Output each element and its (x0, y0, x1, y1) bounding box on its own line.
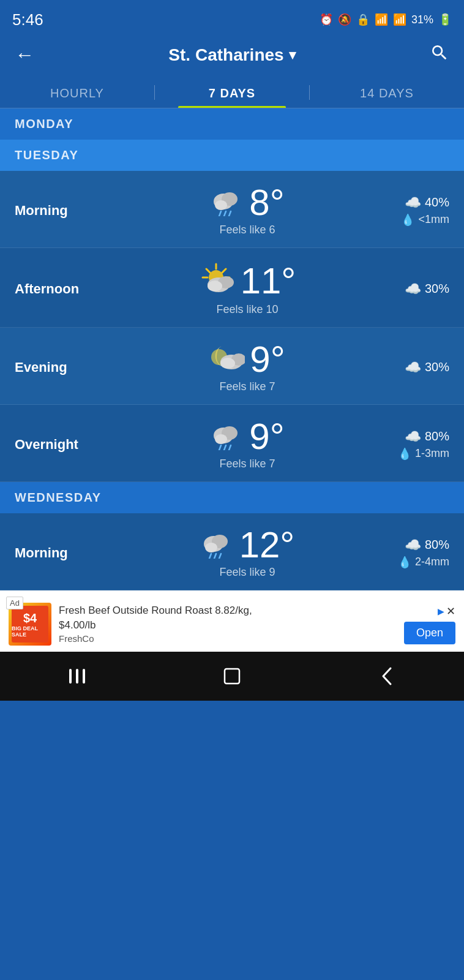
ad-open-button[interactable]: Open (404, 622, 455, 644)
status-bar: 5:46 ⏰ 🔕 🔒 📶 📶 31% 🔋 (0, 0, 464, 37)
weather-right-overnight: ☁️ 80% 💧 1-3mm (382, 429, 449, 461)
weather-icon-evening (209, 341, 245, 378)
status-icons: ⏰ 🔕 🔒 📶 📶 31% 🔋 (320, 13, 452, 26)
svg-rect-33 (69, 669, 72, 684)
weather-center-evening: 9° Feels like 7 (113, 341, 382, 393)
ad-image-inner: $4 BIG DEAL SALE (12, 606, 48, 643)
weather-center-overnight: 9° Feels like 7 (113, 418, 382, 470)
wifi-icon: 📶 (375, 13, 388, 26)
weather-row-tuesday-morning: Morning 8° Feels like 6 ☁️ 40% (0, 171, 464, 248)
weather-main-wed-morning: 12° (200, 527, 295, 564)
precip-pct-wed-morning: 80% (425, 538, 449, 552)
svg-line-32 (219, 554, 221, 559)
battery-text: 31% (411, 13, 433, 26)
precip-pct-evening: 30% (425, 360, 449, 374)
cloud-icon-morning: ☁️ (405, 195, 421, 211)
period-evening: Evening (15, 360, 113, 375)
back-button[interactable]: ← (15, 43, 34, 66)
period-wed-morning: Morning (15, 545, 113, 561)
header: ← St. Catharines ▾ (0, 37, 464, 77)
tab-14days[interactable]: 14 DAYS (310, 77, 464, 108)
svg-rect-35 (83, 669, 85, 684)
day-header-monday[interactable]: MONDAY (0, 108, 464, 140)
period-overnight: Overnight (15, 437, 113, 453)
home-icon (222, 666, 242, 687)
precip-pct-afternoon: 30% (425, 282, 449, 296)
bottom-nav (0, 652, 464, 701)
svg-point-16 (208, 281, 222, 292)
svg-line-4 (224, 211, 226, 216)
weather-row-tuesday-afternoon: Afternoon (0, 248, 464, 328)
ad-banner[interactable]: Ad $4 BIG DEAL SALE Fresh Beef Outside R… (0, 590, 464, 652)
svg-point-20 (220, 358, 235, 369)
tab-7days[interactable]: 7 DAYS (155, 77, 309, 108)
weather-temp-overnight: 9° (249, 418, 284, 455)
svg-point-29 (205, 543, 217, 552)
weather-row-tuesday-evening: Evening 9° Feels like 7 ☁️ 30% (0, 328, 464, 405)
weather-main-afternoon: 11° (199, 262, 296, 301)
weather-icon-wed-morning (200, 527, 234, 564)
weather-right-afternoon: ☁️ 30% (382, 281, 449, 297)
ad-store: FreshCo (59, 632, 397, 645)
precip-row-morning: ☁️ 40% (405, 195, 449, 211)
back-nav-icon (380, 666, 394, 687)
weather-feels-morning: Feels like 6 (219, 224, 275, 236)
cloud-icon-afternoon: ☁️ (405, 281, 421, 297)
nav-home-button[interactable] (214, 658, 250, 695)
svg-line-24 (219, 445, 221, 450)
weather-center-morning: 8° Feels like 6 (113, 184, 382, 236)
precip-row-afternoon: ☁️ 30% (405, 281, 449, 297)
ad-close[interactable]: ✕ (446, 605, 455, 618)
weather-right-evening: ☁️ 30% (382, 360, 449, 375)
drop-icon-wed-morning: 💧 (398, 556, 411, 569)
ad-label: Ad (6, 597, 23, 609)
search-icon (430, 43, 449, 62)
precip-row-overnight: ☁️ 80% (405, 429, 449, 445)
ad-content: Fresh Beef Outside Round Roast 8.82/kg, … (59, 603, 397, 646)
svg-line-3 (219, 211, 221, 216)
cloud-icon-wed-morning: ☁️ (405, 537, 421, 553)
precip-amount-wed-morning: 💧 2-4mm (398, 556, 449, 569)
cloud-icon-overnight: ☁️ (405, 429, 421, 445)
ad-title: Fresh Beef Outside Round Roast 8.82/kg, (59, 603, 397, 618)
weather-temp-afternoon: 11° (241, 263, 296, 300)
svg-line-5 (229, 211, 231, 216)
day-header-wednesday[interactable]: WEDNESDAY (0, 482, 464, 513)
drop-icon-overnight: 💧 (398, 447, 411, 461)
ad-right: ▶ ✕ Open (404, 605, 455, 644)
weather-temp-morning: 8° (249, 184, 284, 221)
tab-hourly[interactable]: HOURLY (0, 77, 154, 108)
mute-icon: 🔕 (338, 13, 351, 26)
weather-icon-afternoon (199, 262, 236, 301)
svg-line-11 (206, 269, 210, 273)
city-name: St. Catharines (168, 45, 283, 65)
weather-temp-wed-morning: 12° (239, 527, 295, 564)
svg-line-13 (222, 269, 226, 273)
drop-icon-morning: 💧 (401, 213, 414, 227)
svg-line-31 (214, 554, 216, 559)
weather-temp-evening: 9° (250, 341, 285, 378)
search-button[interactable] (430, 43, 449, 67)
menu-icon (67, 668, 88, 685)
period-afternoon: Afternoon (15, 281, 113, 297)
weather-feels-evening: Feels like 7 (219, 380, 275, 393)
nav-menu-button[interactable] (59, 658, 95, 695)
lock-icon: 🔒 (356, 13, 370, 26)
precip-amount-morning: 💧 <1mm (401, 213, 449, 227)
day-header-tuesday[interactable]: TUESDAY (0, 140, 464, 171)
weather-main-overnight: 9° (210, 418, 284, 455)
dropdown-icon[interactable]: ▾ (289, 47, 296, 63)
tabs-bar: HOURLY 7 DAYS 14 DAYS (0, 77, 464, 108)
weather-right-wed-morning: ☁️ 80% 💧 2-4mm (382, 537, 449, 569)
svg-rect-36 (225, 669, 239, 684)
svg-rect-34 (76, 669, 78, 684)
signal-icon: 📶 (393, 13, 406, 26)
weather-row-tuesday-overnight: Overnight 9° Feels like 7 ☁️ 80% 💧 (0, 405, 464, 482)
header-title-area[interactable]: St. Catharines ▾ (168, 45, 295, 65)
weather-feels-wed-morning: Feels like 9 (219, 566, 275, 579)
ad-adchoices: ▶ ✕ (438, 605, 455, 618)
status-time: 5:46 (12, 10, 43, 29)
weather-feels-overnight: Feels like 7 (219, 458, 275, 470)
nav-back-button[interactable] (369, 658, 405, 695)
svg-line-25 (224, 445, 226, 450)
